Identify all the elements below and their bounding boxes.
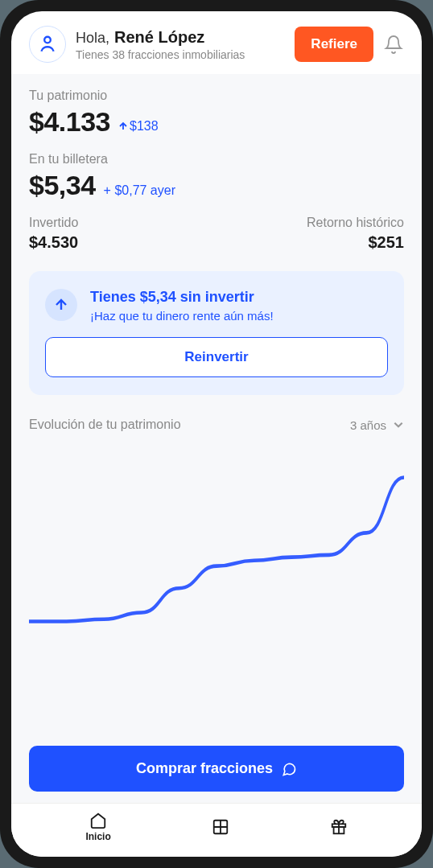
bottom-nav: Inicio [11,803,422,857]
reinvest-title: Tienes $5,34 sin invertir [90,289,274,306]
greeting: Hola, René López Tienes 38 fracciones in… [76,28,285,61]
return-amount: $251 [307,233,404,252]
greeting-hello: Hola, [76,30,109,47]
period-value: 3 años [350,418,386,432]
nav-grid[interactable] [212,818,229,836]
arrow-up-icon [118,121,128,131]
patrimony-label: Tu patrimonio [29,88,404,103]
refer-button[interactable]: Refiere [295,27,373,62]
patrimony-amount: $4.133 [29,106,110,138]
reinvest-card: Tienes $5,34 sin invertir ¡Haz que tu di… [29,271,404,395]
user-icon [37,34,58,55]
main-content: Tu patrimonio $4.133 $138 En tu billeter… [11,74,422,803]
grid-icon [212,818,229,836]
reinvest-button[interactable]: Reinvertir [45,337,388,377]
greeting-subtitle: Tienes 38 fracciones inmobiliarias [76,48,285,61]
notifications-button[interactable] [383,34,404,55]
return-block: Retorno histórico $251 [307,216,404,252]
return-label: Retorno histórico [307,216,404,230]
arrow-up-circle-icon [45,289,77,321]
svg-point-0 [44,37,51,43]
reinvest-subtitle: ¡Haz que tu dinero rente aún más! [90,309,274,323]
app-header: Hola, René López Tienes 38 fracciones in… [11,11,422,74]
chevron-down-icon [393,419,404,430]
invested-block: Invertido $4.530 [29,216,78,252]
wallet-amount: $5,34 [29,170,96,201]
nav-home[interactable]: Inicio [85,812,110,842]
patrimony-delta-value: $138 [130,119,159,134]
bell-icon [384,35,403,54]
wallet-delta: + $0,77 ayer [104,183,175,198]
home-icon [89,812,107,829]
evolution-title: Evolución de tu patrimonio [29,418,181,432]
nav-gift[interactable] [330,818,348,836]
patrimony-delta: $138 [118,119,159,134]
period-selector[interactable]: 3 años [350,418,404,432]
gift-icon [330,818,348,836]
user-name: René López [114,28,204,47]
invested-label: Invertido [29,216,78,230]
wallet-label: En tu billetera [29,152,404,167]
buy-fractions-button[interactable]: Comprar fracciones [29,746,404,792]
nav-home-label: Inicio [85,831,110,842]
patrimony-chart [29,445,404,654]
buy-label: Comprar fracciones [136,760,273,777]
invested-amount: $4.530 [29,233,78,252]
avatar[interactable] [29,26,66,63]
chat-icon [281,761,297,777]
